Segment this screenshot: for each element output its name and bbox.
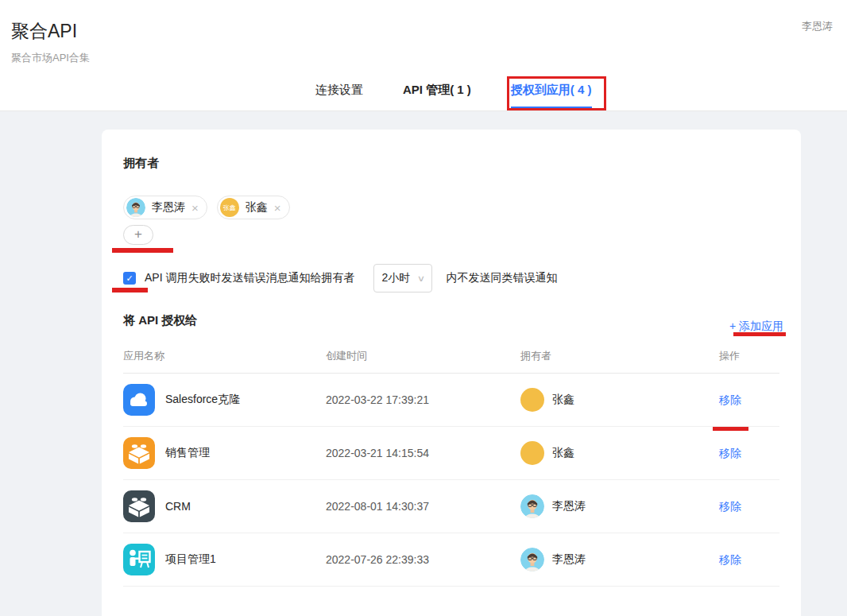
page: 聚合API 聚合市场API合集 李恩涛 连接设置 API 管理( 1 ) 授权到…: [0, 0, 847, 616]
remove-link[interactable]: 移除: [719, 553, 741, 566]
current-user[interactable]: 李恩涛: [802, 19, 833, 33]
app-name: 销售管理: [165, 446, 210, 460]
notify-suffix: 内不发送同类错误通知: [446, 271, 557, 285]
grant-heading: 将 API 授权给: [123, 313, 779, 328]
page-title: 聚合API: [11, 19, 90, 44]
col-created: 创建时间: [326, 349, 520, 363]
content-card: 拥有者 李恩涛 × 张鑫 张鑫 × + ✓ API 调用失败时发送: [102, 130, 801, 616]
presenter-board-icon: [123, 544, 155, 575]
owner-avatar: [520, 548, 544, 571]
created-time: 2022-03-21 14:15:54: [326, 447, 520, 459]
chevron-down-icon: ∨: [417, 273, 425, 284]
notification-setting: ✓ API 调用失败时发送错误消息通知给拥有者 2小时 ∨ 内不发送同类错误通知: [123, 264, 779, 293]
col-action: 操作: [719, 349, 779, 363]
user-avatar: [126, 198, 145, 217]
annotation-underline-add-owner: [112, 248, 173, 253]
app-name: CRM: [165, 500, 191, 513]
owner-tag: 李恩涛 ×: [123, 196, 207, 219]
owner-avatar: [520, 494, 544, 518]
owner-avatar: [520, 388, 544, 412]
tab-api-management[interactable]: API 管理( 1 ): [403, 83, 471, 109]
table-row: CRM 2022-08-01 14:30:37 李恩涛 移除: [123, 480, 779, 533]
annotation-underline-checkbox: [112, 288, 148, 293]
interval-value: 2小时: [381, 271, 410, 285]
created-time: 2022-03-22 17:39:21: [326, 393, 520, 406]
close-icon[interactable]: ×: [274, 202, 281, 214]
annotation-underline-add-app: [733, 332, 786, 336]
table-row: 项目管理1 2022-07-26 22:39:33 李恩涛 移除: [123, 533, 779, 587]
remove-link[interactable]: 移除: [719, 393, 741, 406]
apps-table: 应用名称 创建时间 拥有者 操作 Salesforce克隆: [123, 339, 779, 587]
owners-heading: 拥有者: [123, 156, 779, 171]
page-subtitle: 聚合市场API合集: [11, 51, 90, 65]
add-owner-button[interactable]: +: [123, 225, 153, 245]
owner-tag-name: 李恩涛: [152, 200, 185, 215]
created-time: 2022-07-26 22:39:33: [326, 553, 520, 566]
main-area: 拥有者 李恩涛 × 张鑫 张鑫 × + ✓ API 调用失败时发送: [0, 111, 847, 616]
owner-tag-name: 张鑫: [246, 200, 268, 215]
interval-select[interactable]: 2小时 ∨: [373, 264, 432, 293]
owner-avatar: [520, 441, 544, 465]
annotation-box-active-tab: [507, 76, 606, 110]
remove-link[interactable]: 移除: [719, 447, 741, 459]
table-row: Salesforce克隆 2022-03-22 17:39:21 张鑫 移除: [123, 374, 779, 427]
remove-link[interactable]: 移除: [719, 500, 741, 513]
close-icon[interactable]: ×: [191, 202, 199, 214]
owner-name: 李恩涛: [552, 552, 586, 567]
table-header: 应用名称 创建时间 拥有者 操作: [123, 339, 779, 374]
owner-name: 李恩涛: [552, 499, 586, 513]
tab-connection-settings[interactable]: 连接设置: [315, 83, 363, 109]
brick-icon: [123, 490, 155, 522]
table-row: 销售管理 2022-03-21 14:15:54 张鑫 移除: [123, 427, 779, 480]
notify-checkbox[interactable]: ✓: [123, 272, 136, 285]
app-name: Salesforce克隆: [165, 393, 240, 407]
col-app-name: 应用名称: [123, 349, 326, 363]
owner-name: 张鑫: [552, 446, 574, 460]
annotation-underline-remove: [713, 427, 748, 431]
col-owner: 拥有者: [520, 349, 719, 363]
created-time: 2022-08-01 14:30:37: [326, 500, 520, 513]
user-avatar: 张鑫: [220, 198, 239, 217]
header: 聚合API 聚合市场API合集 李恩涛 连接设置 API 管理( 1 ) 授权到…: [0, 0, 847, 111]
owner-name: 张鑫: [552, 393, 574, 407]
brick-icon: [123, 437, 155, 469]
notify-label: API 调用失败时发送错误消息通知给拥有者: [145, 271, 354, 285]
owner-tags: 李恩涛 × 张鑫 张鑫 ×: [123, 196, 779, 219]
owner-tag: 张鑫 张鑫 ×: [217, 196, 290, 219]
app-name: 项目管理1: [165, 552, 216, 567]
cloud-icon: [123, 384, 155, 416]
